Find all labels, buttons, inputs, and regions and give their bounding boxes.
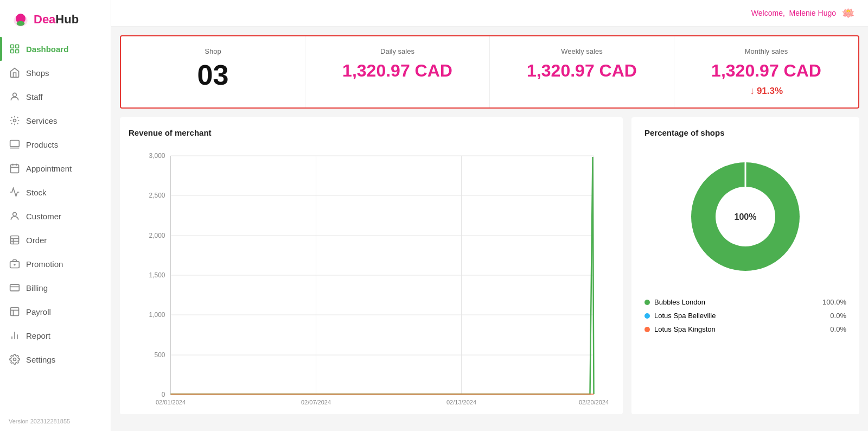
legend-item-1: Lotus Spa Belleville 0.0% [644,312,846,320]
stat-monthly: Monthly sales 1,320.97 CAD ↓ 91.3% [674,36,858,107]
legend-item-2: Lotus Spa Kingston 0.0% [644,325,846,333]
sidebar-item-label: Customer [26,212,61,221]
legend-pct-0: 100.0% [822,298,846,306]
sidebar-item-services[interactable]: Services [0,109,111,132]
legend-dot-2 [644,327,650,332]
svg-text:1,000: 1,000 [149,311,165,319]
svg-text:02/01/2024: 02/01/2024 [156,399,186,405]
svg-point-7 [14,119,16,122]
legend-label-1: Lotus Spa Belleville [654,312,716,320]
sidebar-item-appointment[interactable]: Appointment [0,156,111,180]
top-bar: Welcome, Melenie Hugo 🪷 [111,0,868,27]
report-icon [9,329,21,341]
stock-icon [9,186,21,198]
sidebar-item-shops[interactable]: Shops [0,61,111,85]
svg-text:02/13/2024: 02/13/2024 [446,399,476,405]
sidebar-item-label: Products [26,140,58,149]
svg-text:100%: 100% [735,212,757,221]
charts-area: Revenue of merchant [120,117,859,414]
donut-chart-card: Percentage of shops 100% [631,117,859,414]
legend-label-2: Lotus Spa Kingston [654,325,716,333]
stat-daily: Daily sales 1,320.97 CAD [305,36,490,107]
svg-rect-10 [11,164,19,173]
main-content: Welcome, Melenie Hugo 🪷 Shop 03 Daily sa… [111,0,868,431]
welcome-message: Welcome, Melenie Hugo [751,9,836,17]
svg-text:3,000: 3,000 [149,152,165,160]
legend-dot-0 [644,300,650,305]
sidebar-item-settings[interactable]: Settings [0,347,111,371]
sidebar-item-label: Order [26,236,47,245]
line-chart-svg: 3,000 2,500 2,000 1,500 1,000 500 0 02/0… [129,145,614,405]
stats-row: Shop 03 Daily sales 1,320.97 CAD Weekly … [120,35,859,109]
sidebar-item-label: Promotion [26,259,63,269]
svg-point-30 [14,358,16,361]
sidebar-item-label: Report [26,331,50,340]
svg-point-14 [13,212,17,216]
legend-dot-1 [644,313,650,319]
daily-label: Daily sales [380,47,414,55]
sidebar-item-label: Appointment [26,164,72,173]
logo-icon [11,10,30,29]
svg-rect-4 [11,50,14,53]
logo: DeaHub [0,0,111,37]
svg-rect-2 [11,45,14,48]
appointment-icon [9,162,21,174]
sidebar-item-payroll[interactable]: Payroll [0,300,111,324]
sidebar-item-report[interactable]: Report [0,324,111,347]
svg-rect-3 [16,45,19,48]
customer-icon [9,210,21,222]
main-nav: Dashboard Shops Staff Services [0,37,111,411]
weekly-value: 1,320.97 CAD [527,61,637,81]
sidebar-item-staff[interactable]: Staff [0,85,111,109]
svg-point-1 [17,21,24,26]
revenue-chart-card: Revenue of merchant [120,117,623,414]
stat-weekly: Weekly sales 1,320.97 CAD [490,36,674,107]
payroll-icon [9,306,21,318]
revenue-chart-title: Revenue of merchant [129,128,614,137]
logo-text: DeaHub [34,12,79,27]
legend-pct-2: 0.0% [830,325,846,333]
sidebar-item-products[interactable]: Products [0,132,111,156]
sidebar: DeaHub Dashboard Shops Staff [0,0,111,431]
svg-rect-24 [11,308,19,316]
sidebar-item-label: Stock [26,188,47,197]
svg-text:02/20/2024: 02/20/2024 [579,399,609,405]
sidebar-item-label: Services [26,116,58,125]
legend-label-0: Bubbles London [654,298,705,306]
svg-rect-8 [10,141,20,147]
products-icon [9,138,21,150]
donut-chart-title: Percentage of shops [644,128,846,137]
weekly-label: Weekly sales [561,47,602,55]
staff-icon [9,91,21,103]
sidebar-item-label: Settings [26,355,55,364]
billing-icon [9,282,21,294]
sidebar-item-order[interactable]: Order [0,228,111,252]
svg-rect-5 [16,50,19,53]
svg-text:2,500: 2,500 [149,192,165,199]
lotus-icon: 🪷 [841,7,855,20]
revenue-chart-container: 3,000 2,500 2,000 1,500 1,000 500 0 02/0… [129,145,614,405]
stat-shop: Shop 03 [121,36,305,107]
legend-item-0: Bubbles London 100.0% [644,298,846,306]
sidebar-item-label: Staff [26,92,43,102]
user-name: Melenie Hugo [789,9,836,17]
sidebar-item-customer[interactable]: Customer [0,204,111,228]
sidebar-item-label: Dashboard [26,45,68,54]
sidebar-item-billing[interactable]: Billing [0,276,111,300]
svg-point-6 [13,93,17,97]
sidebar-item-stock[interactable]: Stock [0,180,111,204]
daily-value: 1,320.97 CAD [342,61,452,81]
dashboard-icon [9,43,21,55]
down-arrow-icon: ↓ [750,85,755,97]
svg-rect-15 [11,236,19,244]
order-icon [9,234,21,246]
legend-pct-1: 0.0% [830,312,846,320]
legend: Bubbles London 100.0% Lotus Spa Bellevil… [644,298,846,333]
monthly-change: ↓ 91.3% [750,85,783,97]
svg-text:2,000: 2,000 [149,232,165,239]
shop-label: Shop [205,47,221,55]
svg-text:0: 0 [162,391,165,398]
sidebar-item-dashboard[interactable]: Dashboard [0,37,111,61]
sidebar-item-promotion[interactable]: Promotion [0,252,111,276]
monthly-value: 1,320.97 CAD [711,61,821,81]
